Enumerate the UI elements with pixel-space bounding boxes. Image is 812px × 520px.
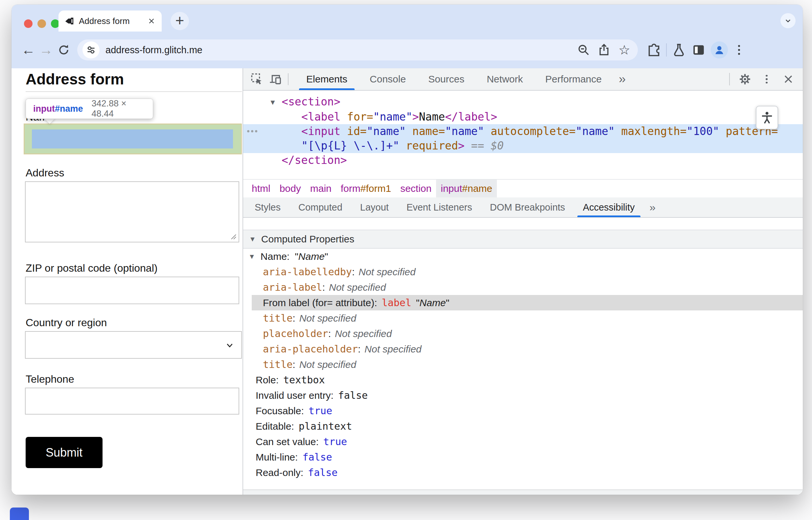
code-token: > [458, 139, 465, 152]
a11y-property-row[interactable]: Multi-line:false [243, 449, 803, 465]
devtools-tab-elements[interactable]: Elements [295, 68, 358, 90]
a11y-source-value: Not specified [329, 282, 386, 293]
subtab-dom-breakpoints[interactable]: DOM Breakpoints [481, 198, 574, 217]
a11y-source-row[interactable]: placeholder:Not specified [243, 326, 803, 341]
name-expand-icon[interactable]: ▼ [249, 253, 255, 260]
breadcrumb-form[interactable]: form#form1 [336, 180, 396, 198]
bookmark-star-icon[interactable]: ☆ [616, 42, 633, 58]
devtools-controls [727, 68, 803, 90]
computed-properties-header[interactable]: ▼ Computed Properties [243, 230, 803, 249]
a11y-source-element: label [382, 297, 411, 308]
subtab-event-listeners[interactable]: Event Listeners [398, 198, 481, 217]
subtab-styles[interactable]: Styles [246, 198, 289, 217]
a11y-property-row[interactable]: Read-only:false [243, 465, 803, 480]
subtab-layout[interactable]: Layout [351, 198, 398, 217]
a11y-property-value: false [302, 451, 332, 463]
submit-button[interactable]: Submit [26, 437, 103, 468]
address-field-label: Address [26, 167, 64, 179]
devtools-subtabs: StylesComputedLayoutEvent ListenersDOM B… [243, 198, 803, 218]
a11y-source-label: From label (for= attribute): [263, 297, 377, 308]
new-tab-button[interactable]: + [171, 12, 189, 30]
node-more-actions-icon[interactable] [247, 130, 257, 132]
share-icon[interactable] [596, 42, 612, 58]
a11y-source-colon: : [293, 359, 295, 370]
profile-avatar[interactable] [711, 42, 728, 58]
browser-tab[interactable]: Address form [58, 10, 162, 31]
subtab-accessibility[interactable]: Accessibility [574, 198, 644, 217]
breadcrumb-main[interactable]: main [306, 180, 336, 198]
labs-flask-icon[interactable] [671, 42, 686, 57]
devtools-main-tabs: ElementsConsoleSourcesNetworkPerformance [295, 68, 613, 90]
zoom-out-icon[interactable] [576, 42, 592, 58]
dom-tree-node[interactable]: <label for="name">Name</label> [243, 110, 803, 124]
dom-tree-node[interactable]: <input id="name" name="name" autocomplet… [243, 124, 803, 153]
devtools-close-icon[interactable] [779, 73, 797, 86]
a11y-name-row[interactable]: ▼ Name: "Name" [243, 249, 803, 264]
a11y-property-row[interactable]: Editable:plaintext [243, 418, 803, 434]
highlight-content-overlay [32, 129, 233, 149]
more-subtabs-icon[interactable]: ›› [644, 198, 660, 217]
breadcrumb-html[interactable]: html [247, 180, 275, 198]
a11y-source-row[interactable]: aria-label:Not specified [243, 280, 803, 295]
a11y-source-row[interactable]: title:Not specified [243, 357, 803, 372]
forward-icon[interactable]: → [37, 41, 55, 59]
a11y-source-colon: : [322, 282, 325, 293]
a11y-source-from-label[interactable]: From label (for= attribute):label"Name" [252, 295, 803, 310]
a11y-property-row[interactable]: Role:textbox [243, 372, 803, 388]
macos-minimize-button[interactable] [37, 19, 46, 28]
devtools-tab-network[interactable]: Network [476, 68, 534, 90]
crumb-id: #name [462, 183, 492, 194]
devtools-tab-bar: ElementsConsoleSourcesNetworkPerformance… [243, 68, 803, 91]
devtools-menu-icon[interactable] [758, 75, 776, 84]
browser-menu-icon[interactable] [733, 45, 745, 55]
url-bar[interactable]: address-form.glitch.me ☆ [77, 40, 638, 60]
devtools-tab-sources[interactable]: Sources [417, 68, 476, 90]
extensions-puzzle-icon[interactable] [646, 42, 661, 57]
a11y-source-row[interactable]: title:Not specified [243, 310, 803, 326]
tab-title: Address form [79, 16, 147, 26]
a11y-source-row[interactable]: aria-labelledby:Not specified [243, 264, 803, 280]
breadcrumb-input[interactable]: input#name [436, 180, 497, 198]
back-icon[interactable]: ← [19, 41, 37, 59]
breadcrumb-section[interactable]: section [396, 180, 436, 198]
section-expand-icon[interactable]: ▼ [249, 235, 256, 243]
inspect-element-icon[interactable] [248, 68, 266, 90]
a11y-property-row[interactable]: Invalid user entry:false [243, 388, 803, 403]
code-token [399, 139, 406, 152]
a11y-source-row[interactable]: aria-placeholder:Not specified [243, 341, 803, 357]
a11y-property-value: false [338, 390, 368, 401]
devtools-tab-performance[interactable]: Performance [534, 68, 613, 90]
device-toolbar-icon[interactable] [266, 68, 285, 90]
side-panel-icon[interactable] [691, 42, 706, 57]
more-tabs-icon[interactable]: ›› [613, 68, 631, 90]
devtools-settings-gear-icon[interactable] [736, 72, 754, 86]
address-textarea[interactable] [25, 181, 239, 242]
devtools-tab-console[interactable]: Console [358, 68, 417, 90]
a11y-property-row[interactable]: Can set value:true [243, 434, 803, 449]
a11y-property-label: Role: [256, 374, 279, 386]
dom-tree-node[interactable]: </section> [243, 153, 803, 167]
textarea-resize-icon[interactable] [229, 233, 237, 240]
telephone-input[interactable] [25, 388, 239, 415]
dom-tree-node[interactable]: ▼<section> [243, 95, 803, 110]
code-token: "name" [373, 110, 412, 123]
code-token: section [288, 95, 334, 108]
a11y-property-row[interactable]: Focusable:true [243, 403, 803, 418]
a11y-property-value: true [309, 405, 332, 417]
a11y-source-value: "Name" [416, 297, 449, 308]
tab-close-icon[interactable] [147, 17, 156, 25]
breadcrumb-body[interactable]: body [275, 180, 306, 198]
page-viewport: Address form Name input#name 342.88 × 48… [11, 68, 243, 495]
accessibility-overlay-button[interactable] [756, 106, 778, 129]
tab-search-chevron-icon[interactable] [781, 13, 795, 28]
reload-icon[interactable] [55, 41, 73, 59]
subtab-computed[interactable]: Computed [289, 198, 351, 217]
a11y-source-colon: : [293, 313, 295, 324]
a11y-source-name: aria-placeholder [263, 343, 358, 355]
site-settings-icon[interactable] [82, 42, 100, 58]
code-token: required [406, 139, 458, 152]
macos-close-button[interactable] [24, 19, 32, 28]
zip-input[interactable] [25, 277, 239, 304]
url-text[interactable]: address-form.glitch.me [105, 45, 572, 55]
country-select[interactable] [25, 331, 242, 359]
